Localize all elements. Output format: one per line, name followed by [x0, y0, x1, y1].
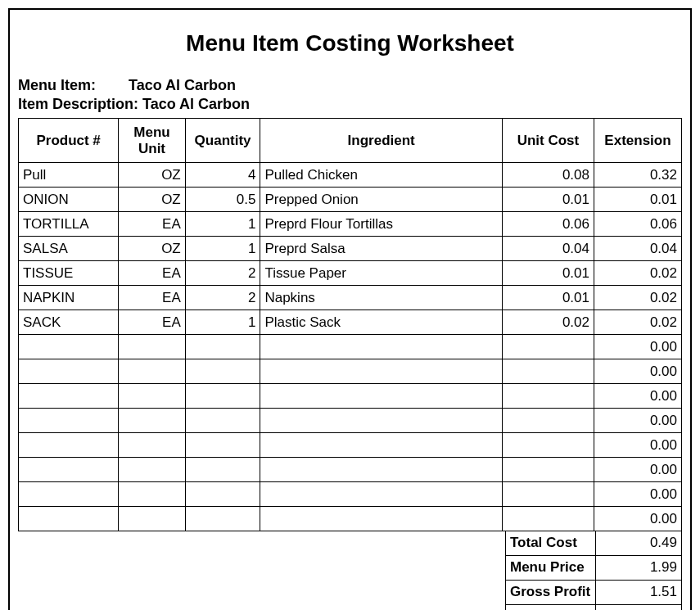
cell-unit: OZ	[119, 188, 186, 212]
cell-unitcost	[502, 359, 594, 384]
cell-unit: EA	[119, 261, 186, 286]
cell-extension: 0.32	[594, 163, 681, 188]
menu-price-label: Menu Price	[506, 555, 596, 580]
header-product: Product #	[19, 119, 119, 163]
cell-ingredient: Napkins	[260, 286, 502, 310]
cell-extension: 0.00	[594, 433, 681, 458]
cell-qty: 1	[185, 310, 260, 335]
cell-product: SACK	[19, 310, 119, 335]
header-ingredient: Ingredient	[260, 119, 502, 163]
cell-ingredient	[260, 458, 502, 482]
cell-qty	[185, 335, 260, 359]
cell-unit: OZ	[119, 163, 186, 188]
header-extension: Extension	[594, 119, 681, 163]
food-cost-pct-value: 24.37%	[596, 604, 682, 610]
cell-unit	[119, 507, 186, 531]
cell-product	[19, 482, 119, 507]
cell-qty: 0.5	[185, 188, 260, 212]
cell-extension: 0.02	[594, 261, 681, 286]
cell-unitcost: 0.01	[502, 261, 594, 286]
cell-qty	[185, 458, 260, 482]
gross-profit-value: 1.51	[596, 580, 682, 604]
cell-unitcost	[502, 458, 594, 482]
cell-ingredient: Prepped Onion	[260, 188, 502, 212]
menu-item-value: Taco Al Carbon	[129, 77, 236, 94]
cell-unitcost	[502, 507, 594, 531]
gross-profit-row: Gross Profit 1.51	[506, 580, 682, 604]
cell-unit	[119, 335, 186, 359]
header-unit-cost: Unit Cost	[502, 119, 594, 163]
cell-product: Pull	[19, 163, 119, 188]
cell-unit	[119, 359, 186, 384]
cell-ingredient	[260, 482, 502, 507]
cell-extension: 0.04	[594, 237, 681, 261]
header-menu-unit: Menu Unit	[119, 119, 186, 163]
cell-ingredient: Preprd Flour Tortillas	[260, 212, 502, 237]
cell-qty: 2	[185, 261, 260, 286]
total-cost-row: Total Cost 0.49	[506, 531, 682, 555]
cell-product: TORTILLA	[19, 212, 119, 237]
cell-extension: 0.02	[594, 286, 681, 310]
cell-extension: 0.00	[594, 409, 681, 433]
table-row: 0.00	[19, 458, 682, 482]
table-row: 0.00	[19, 335, 682, 359]
cell-extension: 0.00	[594, 482, 681, 507]
cell-product: NAPKIN	[19, 286, 119, 310]
table-row: 0.00	[19, 433, 682, 458]
cell-product: ONION	[19, 188, 119, 212]
table-row: SACK EA 1 Plastic Sack 0.02 0.02	[19, 310, 682, 335]
cell-unit: OZ	[119, 237, 186, 261]
table-row: TORTILLA EA 1 Preprd Flour Tortillas 0.0…	[19, 212, 682, 237]
cell-extension: 0.00	[594, 384, 681, 409]
cell-qty	[185, 359, 260, 384]
cell-unit	[119, 458, 186, 482]
menu-item-row: Menu Item: Taco Al Carbon	[18, 77, 682, 94]
cell-ingredient	[260, 335, 502, 359]
cell-product: TISSUE	[19, 261, 119, 286]
cell-qty	[185, 482, 260, 507]
cell-unitcost: 0.02	[502, 310, 594, 335]
cell-qty: 2	[185, 286, 260, 310]
cell-product	[19, 384, 119, 409]
header-quantity: Quantity	[185, 119, 260, 163]
item-description-row: Item Description: Taco Al Carbon	[18, 96, 682, 113]
cell-product	[19, 335, 119, 359]
cell-extension: 0.06	[594, 212, 681, 237]
cell-unitcost	[502, 384, 594, 409]
cell-unitcost	[502, 409, 594, 433]
cell-unitcost: 0.08	[502, 163, 594, 188]
table-row: SALSA OZ 1 Preprd Salsa 0.04 0.04	[19, 237, 682, 261]
cell-ingredient	[260, 359, 502, 384]
table-row: TISSUE EA 2 Tissue Paper 0.01 0.02	[19, 261, 682, 286]
cell-ingredient: Tissue Paper	[260, 261, 502, 286]
item-description-value: Taco Al Carbon	[142, 96, 250, 113]
cell-ingredient: Plastic Sack	[260, 310, 502, 335]
cell-product	[19, 433, 119, 458]
cell-product: SALSA	[19, 237, 119, 261]
table-row: 0.00	[19, 384, 682, 409]
table-header-row: Product # Menu Unit Quantity Ingredient …	[19, 119, 682, 163]
cell-product	[19, 359, 119, 384]
cell-unit: EA	[119, 310, 186, 335]
menu-item-label: Menu Item:	[18, 77, 124, 94]
cell-qty	[185, 384, 260, 409]
cell-unitcost: 0.01	[502, 286, 594, 310]
header-info: Menu Item: Taco Al Carbon Item Descripti…	[18, 77, 682, 113]
table-row: 0.00	[19, 507, 682, 531]
item-description-label: Item Description:	[18, 96, 138, 113]
cell-extension: 0.02	[594, 310, 681, 335]
cell-unit	[119, 433, 186, 458]
summary-table: Total Cost 0.49 Menu Price 1.99 Gross Pr…	[505, 531, 682, 611]
table-row: NAPKIN EA 2 Napkins 0.01 0.02	[19, 286, 682, 310]
cell-extension: 0.00	[594, 359, 681, 384]
cell-extension: 0.00	[594, 335, 681, 359]
cell-ingredient	[260, 433, 502, 458]
cell-unitcost	[502, 433, 594, 458]
table-row: 0.00	[19, 359, 682, 384]
cell-extension: 0.00	[594, 458, 681, 482]
costing-table: Product # Menu Unit Quantity Ingredient …	[18, 118, 682, 531]
cell-ingredient: Pulled Chicken	[260, 163, 502, 188]
menu-price-row: Menu Price 1.99	[506, 555, 682, 580]
cell-qty: 4	[185, 163, 260, 188]
cell-product	[19, 409, 119, 433]
